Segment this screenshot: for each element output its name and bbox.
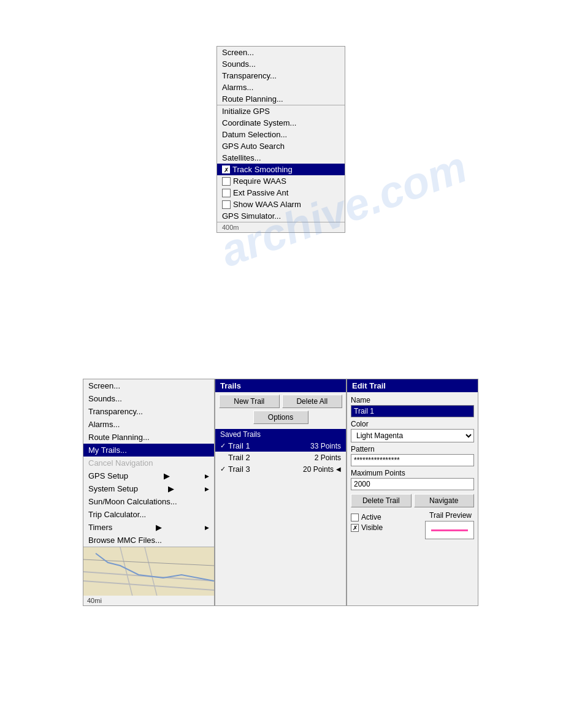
trail-preview-label: Trail Preview [429,511,474,520]
menu-gps-simulator[interactable]: GPS Simulator... [217,210,345,222]
trail-list-item[interactable]: ✓ Trail 2 2 Points [215,452,346,463]
top-menu: Screen... Sounds... Transparency... Alar… [216,46,345,233]
trail-points: 2 Points [315,453,341,462]
menu-initialize-gps[interactable]: Initialize GPS [217,105,345,117]
pattern-label: Pattern [351,445,474,453]
trails-buttons: New Trail Delete All [215,392,346,411]
bottom-section: Screen... Sounds... Transparency... Alar… [83,379,478,606]
nav-alarms[interactable]: Alarms... [83,418,214,431]
arrow-icon: ▶ [156,523,162,532]
menu-gps-auto-search[interactable]: GPS Auto Search [217,140,345,152]
edit-trail-header: Edit Trail [347,379,478,392]
menu-section-2: Initialize GPS Coordinate System... Datu… [217,105,345,222]
nav-route-planning[interactable]: Route Planning... [83,431,214,444]
nav-cancel-navigation: Cancel Navigation [83,457,214,469]
nav-trip-calculator[interactable]: Trip Calculator... [83,508,214,521]
trail-preview-box [425,521,474,539]
trail-list-item[interactable]: ✓ Trail 3 20 Points ◀ [215,463,346,475]
trails-panel: Trails New Trail Delete All Options Save… [215,379,347,606]
arrow-icon: ▶ [168,484,174,493]
nav-timers[interactable]: Timers ▶ [83,521,214,534]
track-smoothing-checkbox: ✗ [222,165,230,173]
color-row: Light Magenta [351,429,474,442]
delete-trail-button[interactable]: Delete Trail [351,494,412,507]
new-trail-button[interactable]: New Trail [219,395,280,408]
menu-track-smoothing[interactable]: ✗ Track Smoothing [217,164,345,175]
nav-gps-setup[interactable]: GPS Setup ▶ [83,469,214,482]
nav-transparency[interactable]: Transparency... [83,405,214,418]
color-select[interactable]: Light Magenta [351,429,474,442]
visible-checkbox[interactable]: ✗ [351,524,359,532]
menu-satellites[interactable]: Satellites... [217,152,345,164]
nav-sounds[interactable]: Sounds... [83,392,214,405]
active-label: Active [361,513,381,521]
trails-header: Trails [215,379,346,392]
name-input[interactable] [351,405,474,417]
trail-check-icon: ✓ [220,442,226,450]
menu-ext-passive-ant[interactable]: Ext Passive Ant [217,187,345,199]
edit-trail-body: Name Color Light Magenta Pattern Maximum… [347,392,478,542]
menu-section-1: Screen... Sounds... Transparency... Alar… [217,47,345,105]
trail-check-icon: ✓ [220,465,226,473]
navigate-button[interactable]: Navigate [414,494,475,507]
nav-system-setup[interactable]: System Setup ▶ [83,482,214,495]
bottom-row: Active ✗ Visible Trail Preview [351,511,474,539]
menu-datum-selection[interactable]: Datum Selection... [217,129,345,140]
options-button-row: Options [215,411,346,427]
trail-preview-section: Trail Preview [425,511,474,539]
menu-require-waas[interactable]: Require WAAS [217,175,345,187]
nav-sun-moon[interactable]: Sun/Moon Calculations... [83,495,214,508]
pattern-input[interactable] [351,454,474,466]
menu-alarms[interactable]: Alarms... [217,82,345,93]
options-button[interactable]: Options [253,411,308,424]
menu-show-waas-alarm[interactable]: Show WAAS Alarm [217,199,345,210]
map-footer: 40mi [83,596,214,605]
checkboxes-col: Active ✗ Visible [351,511,421,532]
menu-transparency[interactable]: Transparency... [217,70,345,82]
trail-points: 20 Points [303,465,334,474]
max-points-input[interactable] [351,478,474,490]
max-points-label: Maximum Points [351,469,474,477]
nav-menu: Screen... Sounds... Transparency... Alar… [83,379,215,606]
trail-arrow-icon: ◀ [336,466,341,472]
trail-list-item[interactable]: ✓ Trail 1 33 Points [215,440,346,452]
active-row: Active [351,513,421,521]
trail-name: Trail 3 [228,464,301,474]
nav-screen[interactable]: Screen... [83,379,214,392]
menu-route-planning[interactable]: Route Planning... [217,93,345,105]
top-menu-footer: 400m [217,222,345,232]
trail-name: Trail 2 [228,453,312,462]
color-label: Color [351,420,474,428]
trail-name: Trail 1 [228,441,308,450]
delete-all-button[interactable]: Delete All [282,395,343,408]
menu-sounds[interactable]: Sounds... [217,58,345,70]
nav-my-trails[interactable]: My Trails... [83,444,214,457]
map-preview [83,547,214,596]
active-checkbox[interactable] [351,514,359,521]
saved-trails-header: Saved Trails [215,429,346,440]
name-label: Name [351,396,474,404]
trail-points: 33 Points [310,442,341,450]
nav-browse-mmc[interactable]: Browse MMC Files... [83,534,214,547]
visible-label: Visible [361,523,383,532]
trail-preview-line [431,529,468,531]
visible-row: ✗ Visible [351,523,421,532]
menu-coordinate-system[interactable]: Coordinate System... [217,117,345,129]
menu-screen[interactable]: Screen... [217,47,345,58]
arrow-icon: ▶ [164,471,170,480]
edit-trail-panel: Edit Trail Name Color Light Magenta Patt… [347,379,478,606]
action-buttons: Delete Trail Navigate [351,494,474,507]
